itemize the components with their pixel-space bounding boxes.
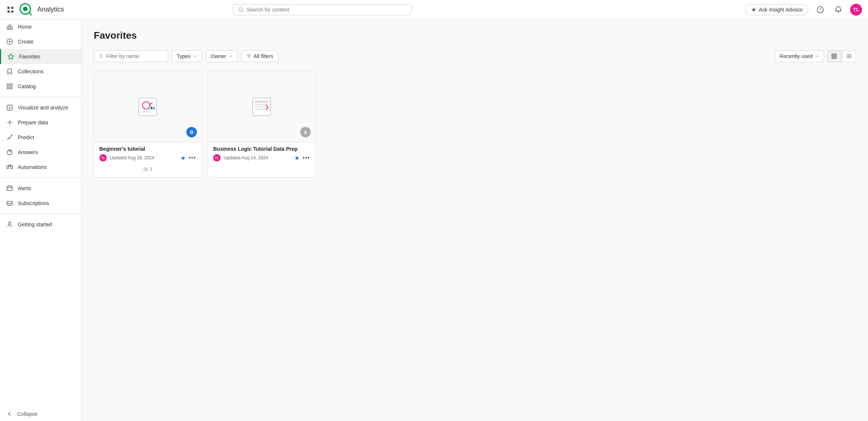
sidebar-label-home: Home [18,24,32,30]
card-star-2[interactable]: ★ [294,154,300,162]
svg-rect-34 [832,57,834,58]
sidebar-divider-2 [0,178,81,178]
sidebar-item-collections[interactable]: Collections [0,64,81,79]
insight-advisor-label: Ask Insight Advisor [759,7,803,13]
sidebar-item-catalog[interactable]: Catalog [0,79,81,94]
svg-line-8 [242,11,243,12]
svg-rect-33 [835,54,836,56]
filter-by-name[interactable] [94,50,168,62]
sidebar-item-answers[interactable]: Answers [0,145,81,160]
sort-button[interactable]: Recently used [775,50,824,62]
sidebar-label-create: Create [18,39,33,45]
svg-rect-35 [835,57,836,58]
card-thumbnail-1 [135,94,161,120]
card-views-1: 1 [150,167,153,172]
sidebar-item-visualize[interactable]: Visualize and analyze [0,100,81,115]
sidebar-collapse-button[interactable]: Collapse [0,407,81,421]
card-actions-1: ★ ••• [180,154,196,162]
filter-name-input[interactable] [106,53,163,59]
sparkle-icon [751,7,757,13]
svg-rect-42 [142,111,150,112]
insight-advisor-button[interactable]: Ask Insight Advisor [745,4,808,15]
all-filters-button[interactable]: All filters [241,50,278,62]
sidebar-item-prepare[interactable]: Prepare data [0,115,81,130]
collapse-label: Collapse [17,411,37,417]
sidebar-item-automations[interactable]: Automations [0,160,81,175]
card-title-1: Beginner's tutorial [99,146,196,152]
sidebar-item-alerts[interactable]: Alerts [0,181,81,196]
grid-view-button[interactable] [827,50,841,62]
sidebar-item-create[interactable]: Create [0,34,81,49]
card-more-2[interactable]: ••• [302,154,310,161]
card-avatar-2: TL [213,154,221,162]
prepare-icon [6,119,13,126]
card-date-1: Updated Aug 28, 2024 [110,155,177,160]
subscriptions-icon [6,200,13,207]
types-filter-button[interactable]: Types [172,50,202,62]
svg-rect-18 [10,87,12,89]
svg-rect-0 [7,7,10,9]
bookmark-icon [6,68,13,75]
sort-chevron-icon [815,54,819,58]
sidebar-item-home[interactable]: Home [0,19,81,34]
search-input[interactable] [247,7,407,13]
svg-point-47 [191,131,193,133]
types-label: Types [177,53,190,59]
sidebar-label-visualize: Visualize and analyze [18,105,68,111]
card-business-logic[interactable]: Business Logic Tutorial Data Prep TL Upd… [208,71,316,178]
svg-line-31 [102,57,103,58]
sidebar-item-predict[interactable]: Predict [0,130,81,145]
sidebar-label-subscriptions: Subscriptions [18,200,49,206]
svg-rect-1 [11,7,13,9]
svg-rect-2 [7,10,10,13]
notifications-icon[interactable] [832,4,844,16]
page-title: Favorites [94,30,856,41]
rocket-icon [6,221,13,228]
svg-rect-25 [7,166,9,169]
card-title-2: Business Logic Tutorial Data Prep [213,146,310,152]
svg-rect-51 [255,104,268,105]
svg-rect-27 [11,166,13,169]
svg-point-48 [145,169,147,170]
card-more-1[interactable]: ••• [189,154,196,161]
card-preview-2 [208,71,315,142]
owner-filter-button[interactable]: Owner [206,50,237,62]
all-filters-label: All filters [254,53,273,59]
card-avatar-1: TL [99,154,107,162]
global-search[interactable] [233,4,411,15]
svg-point-24 [9,154,10,154]
list-view-icon [846,53,852,59]
sidebar: Home Create Favorites Collections Catalo… [0,19,82,421]
card-footer-2: Business Logic Tutorial Data Prep TL Upd… [208,142,315,165]
svg-rect-53 [255,108,267,109]
filter-icon [246,54,252,59]
list-view-button[interactable] [842,50,856,62]
grid-menu-icon[interactable] [6,5,15,14]
user-avatar[interactable]: TL [850,4,862,16]
card-star-1[interactable]: ★ [180,154,186,162]
top-nav: Analytics Ask Insight Advisor ? TL [0,0,868,19]
svg-point-20 [9,106,10,107]
sidebar-item-getting-started[interactable]: Getting started [0,217,81,232]
card-badge-2 [300,127,311,137]
svg-text:?: ? [819,7,822,12]
card-preview-1 [94,71,201,142]
sidebar-item-favorites[interactable]: Favorites [0,49,81,64]
help-icon[interactable]: ? [814,4,826,16]
answers-icon [6,149,13,156]
sidebar-item-subscriptions[interactable]: Subscriptions [0,196,81,211]
alerts-icon [6,185,13,192]
sidebar-label-getting-started: Getting started [18,221,52,227]
grid-view-icon [831,53,837,59]
toolbar-right: Recently used [775,50,856,62]
card-badge-1 [186,127,197,137]
card-footer-1: Beginner's tutorial TL Updated Aug 28, 2… [94,142,201,165]
qlik-logo[interactable] [19,3,33,16]
filter-search-icon [99,54,103,59]
card-beginners-tutorial[interactable]: Beginner's tutorial TL Updated Aug 28, 2… [94,71,202,178]
card-thumbnail-2 [249,94,275,120]
sidebar-bottom: Collapse [0,407,81,421]
app-name: Analytics [37,6,64,13]
svg-point-22 [12,135,13,136]
sidebar-divider-3 [0,214,81,214]
